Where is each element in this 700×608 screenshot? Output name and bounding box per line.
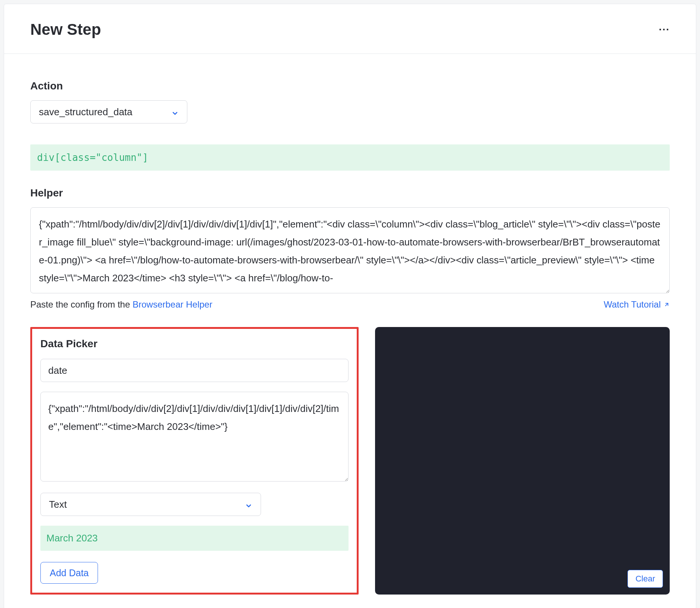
panel-body: Action save_structured_data div[class="c… bbox=[4, 54, 696, 608]
two-column-row: Data Picker Text March 2023 Add Data Cle… bbox=[30, 327, 670, 595]
selector-preview: div[class="column"] bbox=[30, 144, 670, 171]
preview-panel: Clear bbox=[375, 327, 670, 595]
external-link-icon bbox=[664, 302, 670, 308]
helper-textarea[interactable] bbox=[30, 207, 670, 293]
chevron-down-icon bbox=[245, 501, 252, 508]
action-label: Action bbox=[30, 80, 670, 92]
helper-hint-prefix: Paste the config from the bbox=[30, 299, 132, 309]
data-picker-result: March 2023 bbox=[40, 526, 349, 551]
page-title: New Step bbox=[30, 21, 101, 39]
helper-label: Helper bbox=[30, 187, 670, 199]
helper-hint-row: Paste the config from the Browserbear He… bbox=[30, 299, 670, 310]
data-picker-type-select[interactable]: Text bbox=[40, 493, 261, 516]
helper-hint: Paste the config from the Browserbear He… bbox=[30, 299, 212, 310]
data-picker-title: Data Picker bbox=[40, 338, 349, 350]
chevron-down-icon bbox=[171, 108, 179, 116]
data-picker-panel: Data Picker Text March 2023 Add Data bbox=[30, 327, 359, 595]
data-picker-config-textarea[interactable] bbox=[40, 392, 349, 482]
step-panel: New Step ··· Action save_structured_data… bbox=[4, 4, 696, 608]
data-picker-name-input[interactable] bbox=[40, 359, 349, 382]
clear-button[interactable]: Clear bbox=[627, 570, 663, 588]
watch-tutorial-label: Watch Tutorial bbox=[604, 299, 661, 310]
action-select[interactable]: save_structured_data bbox=[30, 100, 187, 123]
more-menu-button[interactable]: ··· bbox=[659, 24, 670, 35]
data-picker-type-value: Text bbox=[49, 499, 67, 510]
panel-header: New Step ··· bbox=[4, 4, 696, 54]
watch-tutorial-link[interactable]: Watch Tutorial bbox=[604, 299, 670, 310]
add-data-button[interactable]: Add Data bbox=[40, 562, 98, 584]
svg-line-0 bbox=[666, 303, 668, 306]
action-select-value: save_structured_data bbox=[39, 106, 132, 118]
helper-hint-link[interactable]: Browserbear Helper bbox=[132, 299, 212, 309]
